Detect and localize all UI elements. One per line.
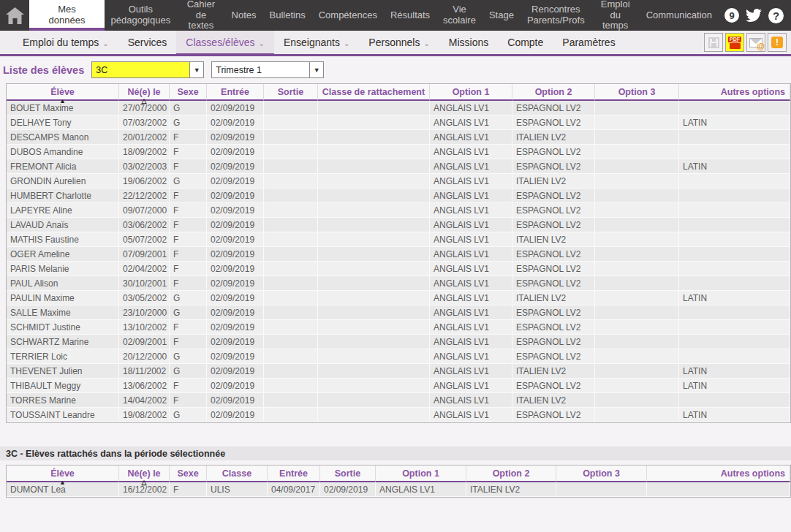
tab-vie-scolaire[interactable]: Vie scolaire [436, 0, 482, 31]
subnav-emploi-du-temps[interactable]: Emploi du temps ⌄ [13, 31, 118, 54]
chevron-down-icon[interactable]: ▼ [189, 61, 204, 78]
student-row[interactable]: SALLE Maxime23/10/2000G02/09/2019ANGLAIS… [7, 305, 790, 320]
twitter-icon[interactable] [745, 7, 762, 24]
col-sexe[interactable]: Sexe [170, 84, 207, 101]
cell [264, 364, 318, 379]
student-row[interactable]: MATHIS Faustine05/07/2002F02/09/2019ANGL… [7, 232, 790, 247]
col-sortie[interactable]: Sortie [264, 84, 318, 101]
cell: 03/05/2002 [119, 291, 170, 305]
col-option-3[interactable]: Option 3 [556, 466, 647, 482]
mail-button[interactable]: @ [746, 33, 765, 52]
student-row[interactable]: LAPEYRE Aline09/07/2000F02/09/2019ANGLAI… [7, 203, 790, 218]
student-row[interactable]: THEVENET Julien18/11/2002G02/09/2019ANGL… [7, 364, 790, 379]
col-eleve[interactable]: Élève▲ [7, 84, 119, 101]
cell [318, 189, 430, 203]
pdf-print-button[interactable]: PDF [725, 33, 744, 52]
student-row[interactable]: TORRES Marine14/04/2002F02/09/2019ANGLAI… [7, 393, 790, 408]
cell: 02/09/2019 [207, 364, 264, 379]
student-row[interactable]: PARIS Melanie02/04/2002F02/09/2019ANGLAI… [7, 262, 790, 276]
col-option-2[interactable]: Option 2 [466, 466, 556, 482]
cell: ESPAGNOL LV2 [512, 101, 595, 115]
col-sexe[interactable]: Sexe [170, 466, 207, 482]
subnav-missions[interactable]: Missions [439, 31, 498, 54]
subnav-personnels[interactable]: Personnels ⌄ [359, 31, 439, 54]
col-option-2[interactable]: Option 2 [512, 84, 595, 101]
subnav-classes-eleves[interactable]: Classes/élèves ⌄ [176, 31, 274, 54]
tab-competences[interactable]: Compétences [312, 0, 384, 31]
cell [264, 320, 318, 335]
student-row[interactable]: TOUSSAINT Leandre19/08/2002G02/09/2019AN… [7, 408, 790, 422]
student-row[interactable]: SCHMIDT Justine13/10/2002F02/09/2019ANGL… [7, 320, 790, 335]
student-row[interactable]: DESCAMPS Manon20/01/2002F02/09/2019ANGLA… [7, 130, 790, 145]
student-row[interactable]: DELHAYE Tony07/03/2002G02/09/2019ANGLAIS… [7, 115, 790, 130]
chevron-down-icon[interactable]: ▼ [309, 61, 324, 78]
subnav-compte[interactable]: Compte [498, 31, 553, 54]
subnav-enseignants[interactable]: Enseignants ⌄ [274, 31, 359, 54]
tab-label: Communication [646, 10, 712, 21]
cell: SALLE Maxime [7, 305, 119, 320]
col-autres-options[interactable]: Autres options [647, 466, 790, 482]
tab-label: Vie scolaire [443, 4, 476, 26]
home-button[interactable] [0, 0, 29, 31]
help-icon[interactable]: ? [768, 8, 784, 23]
tab-notes[interactable]: Notes [225, 0, 263, 31]
student-row[interactable]: DUMONT Lea16/12/2002FULIS04/09/201702/09… [7, 482, 790, 497]
tab-resultats[interactable]: Résultats [384, 0, 436, 31]
student-row[interactable]: LAVAUD Anaïs03/06/2002F02/09/2019ANGLAIS… [7, 218, 790, 232]
student-row[interactable]: TERRIER Loic20/12/2000G02/09/2019ANGLAIS… [7, 349, 790, 364]
col-autres-options[interactable]: Autres options [679, 84, 790, 101]
subnav-services[interactable]: Services [118, 31, 177, 54]
tab-stage[interactable]: Stage [482, 0, 521, 31]
save-button[interactable] [704, 33, 723, 52]
cell: ESPAGNOL LV2 [512, 262, 595, 276]
student-row[interactable]: FREMONT Alicia03/02/2003F02/09/2019ANGLA… [7, 159, 790, 174]
class-select[interactable]: 3C ▼ [91, 61, 204, 78]
student-row[interactable]: PAULIN Maxime03/05/2002G02/09/2019ANGLAI… [7, 291, 790, 305]
page-title: Liste des élèves [3, 64, 84, 76]
tab-rencontres-parents-profs[interactable]: Rencontres Parents/Profs [521, 0, 591, 31]
subnav-parametres[interactable]: Paramètres [553, 31, 624, 54]
tab-outils-pedagogiques[interactable]: Outils pédagogiques [105, 0, 178, 31]
student-row[interactable]: GRONDIN Aurelien19/06/2002G02/09/2019ANG… [7, 174, 790, 189]
period-select[interactable]: Trimestre 1 ▼ [211, 61, 324, 78]
student-row[interactable]: PAUL Alison30/10/2001F02/09/2019ANGLAIS … [7, 276, 790, 291]
home-icon [5, 7, 25, 25]
notification-badge[interactable]: 9 [724, 8, 739, 23]
col-ne-le[interactable]: Né(e) le△ [119, 84, 170, 101]
topbar-right-icons: Communication 9 ? [640, 0, 791, 31]
col-option-1[interactable]: Option 1 [430, 84, 512, 101]
col-label: Option 3 [583, 468, 620, 479]
subnav-label: Enseignants [284, 37, 340, 48]
cell: ITALIEN LV2 [512, 364, 595, 379]
student-row[interactable]: SCHWARTZ Marine02/09/2001F02/09/2019ANGL… [7, 335, 790, 349]
col-sortie[interactable]: Sortie [320, 466, 376, 482]
col-option-3[interactable]: Option 3 [595, 84, 679, 101]
student-row[interactable]: BOUET Maxime27/07/2000G02/09/2019ANGLAIS… [7, 101, 790, 115]
student-row[interactable]: THIBAULT Meggy13/06/2002F02/09/2019ANGLA… [7, 379, 790, 393]
tab-mes-donnees[interactable]: Mes données [29, 0, 104, 31]
col-classe[interactable]: Classe [207, 466, 268, 482]
alert-button[interactable]: ! [768, 33, 787, 52]
subnav-label: Personnels [368, 37, 420, 48]
cell: 02/09/2019 [207, 379, 264, 393]
col-eleve[interactable]: Élève▲ [7, 466, 119, 482]
col-entree[interactable]: Entrée [207, 84, 264, 101]
student-row[interactable]: HUMBERT Charlotte22/12/2002F02/09/2019AN… [7, 189, 790, 203]
cell: 09/07/2000 [119, 203, 170, 218]
subnav-label: Services [128, 37, 167, 48]
tab-emploi-du-temps[interactable]: Emploi du temps [591, 0, 640, 31]
col-classe-rattachement[interactable]: Classe de rattachement [318, 84, 430, 101]
col-entree[interactable]: Entrée [268, 466, 320, 482]
cell: ESPAGNOL LV2 [512, 203, 595, 218]
cell [679, 349, 790, 364]
cell: F [170, 130, 207, 145]
tab-bulletins[interactable]: Bulletins [263, 0, 312, 31]
tab-cahier-de-textes[interactable]: Cahier de textes [177, 0, 224, 31]
student-row[interactable]: DUBOS Amandine18/09/2002F02/09/2019ANGLA… [7, 145, 790, 159]
col-option-1[interactable]: Option 1 [376, 466, 466, 482]
tab-communication[interactable]: Communication [640, 10, 719, 21]
cell [318, 320, 430, 335]
student-row[interactable]: OGER Ameline07/09/2001F02/09/2019ANGLAIS… [7, 247, 790, 262]
col-ne-le[interactable]: Né(e) le△ [119, 466, 170, 482]
cell [318, 291, 430, 305]
